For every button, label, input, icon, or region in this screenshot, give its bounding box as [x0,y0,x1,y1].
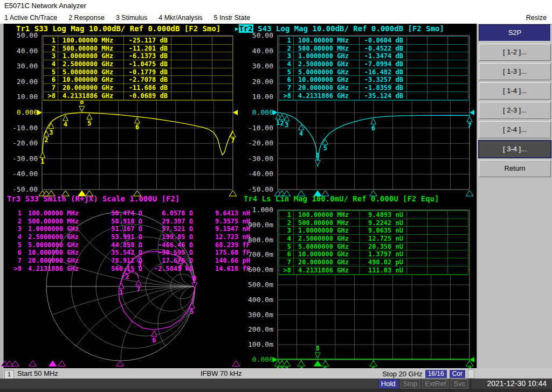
tr1-y-tick: 20.00 [4,78,38,86]
tr4-marker-row-2: 2500.00000 MHz9.2242 nU [279,219,468,227]
tr3-marker-row-5: 55.0000000 GHz44.858 Ω-466.46 Ω68.239 fF [8,241,253,249]
svg-text:2: 2 [125,273,129,281]
tr3-marker-row-4: 42.5000000 GHz53.991 Ω199.85 Ω12.723 nH [8,233,253,241]
svg-text:1: 1 [119,289,123,296]
tr1-marker-row-7: 720.000000 GHz-11.686 dB [44,84,232,92]
tr2-y-tick: 50.00 [240,31,273,39]
tr4-marker-table: 1100.00000 MHz9.4893 nU2500.00000 MHz9.2… [279,211,468,275]
tr3-marker-row-7: 720.000000 GHz78.911 Ω17.676 Ω140.66 pH [8,257,253,265]
datetime-display: 2021-12-30 10:44 [470,379,551,388]
tr2-y-tick: 0.000 [240,108,273,116]
svg-text:8: 8 [316,345,320,352]
softkey-3-4[interactable]: [ 3-4 ]... [479,141,551,158]
tr1-y-tick: 10.00 [4,93,38,101]
tr1-marker-row-5: 55.0000000 GHz-0.1779 dB [44,68,232,76]
svg-text:4: 4 [299,130,303,137]
svg-text:8: 8 [316,152,320,159]
tr2-header-rest: S43 Log Mag 10.00dB/ Ref 0.000dB [F2 Smo… [253,24,444,33]
tr4-y-tick: 500.0m [240,281,273,289]
tr3-marker-row-1: 1100.00000 MHz50.474 Ω6.0578 Ω9.6413 nH [8,209,253,218]
svg-text:6: 6 [135,123,139,131]
tr4-y-tick: 1.000 [240,206,273,214]
tr4-y-tick: 600.0m [240,265,273,274]
svg-text:3: 3 [49,129,53,136]
svg-text:5: 5 [323,144,327,152]
svg-text:7: 7 [467,122,471,129]
tr2-y-tick: -40.00 [240,170,273,178]
bottom-window-border [0,389,552,392]
tr4-header: Tr4 Ls Lin Mag 100.0mU/ Ref 0.000U [F2 E… [244,194,439,203]
tr4-y-tick: 300.0m [240,311,273,319]
tr1-y-tick: 0.000 [4,108,38,116]
tr4-y-tick: 100.0m [240,340,273,348]
softkey-2-4[interactable]: [ 2-4 ]... [479,121,551,138]
svg-text:5: 5 [190,308,194,316]
channel-number-box: 1 [4,370,14,379]
tr1-y-tick: 50.00 [4,31,38,39]
tr1-marker-row-8: >84.2131886 GHz-0.0689 dB [44,92,232,100]
softkey-sidebar: S2P [ 1-2 ]...[ 1-3 ]...[ 1-4 ]...[ 2-3 … [477,24,552,368]
tr4-y-tick: 700.0m [240,250,273,258]
tr1-y-tick: -50.00 [4,185,38,193]
svg-text:7: 7 [136,285,140,293]
svg-text:5: 5 [87,120,91,127]
tr2-marker-row-3: 31.0000000 GHz-1.3474 dB [279,52,468,60]
svg-text:2: 2 [280,120,284,127]
svg-text:6: 6 [371,124,375,132]
ifbw-label: IFBW 70 kHz [201,369,242,377]
tr3-header: Tr3 S33 Smith (R+jX) Scale 1.000U [F2] [7,194,180,203]
tr3-marker-table: 1100.00000 MHz50.474 Ω6.0578 Ω9.6413 nH2… [8,209,253,273]
tr1-marker-row-1: 1100.00000 MHz-25.117 dB [44,37,232,45]
svg-text:3: 3 [285,121,288,129]
tr1-marker-row-2: 2500.00000 MHz-11.201 dB [44,45,232,53]
tr2-marker-row-8: >84.2131886 GHz-35.124 dB [279,92,468,100]
correction-badge: Cor [450,370,465,378]
tr2-y-tick: 20.00 [240,78,273,86]
statusbar-grip [468,369,474,379]
tr2-marker-row-1: 1100.00000 MHz-0.0604 dB [279,37,468,45]
active-trace-arrow-icon: ▶ [235,25,239,32]
hold-indicator: Hold [378,379,398,389]
tr1-marker-row-6: 610.000000 GHz-2.7078 dB [44,76,232,84]
softkey-return[interactable]: Return [479,160,551,177]
tr4-marker-row-5: 55.0000000 GHz20.358 nU [279,243,468,251]
tr3-marker-row-6: 610.000000 GHz35.542 Ω-90.595 Ω175.68 fF [8,249,253,257]
tr1-marker-row-4: 42.5000000 GHz-1.0475 dB [44,60,232,68]
tr4-marker-row-8: >84.2131886 GHz111.03 nU [279,267,468,275]
tr2-y-tick: -50.00 [240,185,273,193]
analyzer-screen: E5071C Network Analyzer 1 Active Ch/Trac… [0,0,552,392]
tr3-marker-row-8: >84.2131886 GHz566.15 Ω-2.5841 kΩ14.618 … [8,265,253,273]
tr1-y-tick: -40.00 [4,170,38,178]
tr2-y-tick: 30.00 [240,62,273,70]
softkey-1-2[interactable]: [ 1-2 ]... [479,44,551,61]
softkey-1-4[interactable]: [ 1-4 ]... [479,82,551,100]
svg-text:6: 6 [152,337,156,344]
tr1-y-tick: 40.00 [4,47,38,55]
svc-indicator: Svc [451,379,468,389]
tr3-marker-row-2: 2500.00000 MHz50.918 Ω29.397 Ω9.3575 nH [8,218,253,226]
tr1-y-tick: -10.00 [4,124,38,132]
tr4-y-tick: 200.0m [240,325,273,333]
tr2-marker-table: 1100.00000 MHz-0.0604 dB2500.00000 MHz-0… [279,36,468,101]
sweep-points-badge: 16/16 [425,370,447,378]
svg-text:1: 1 [40,158,44,165]
svg-text:7: 7 [231,137,234,144]
start-frequency-label: Start 50 MHz [17,369,58,377]
svg-text:8: 8 [192,275,196,282]
tr2-y-tick: -20.00 [240,139,273,147]
softkey-menu-title: S2P [479,24,551,41]
tr3-marker-row-3: 31.0000000 GHz51.167 Ω57.521 Ω9.1547 nH [8,225,253,233]
tr4-y-tick: 900.0m [240,221,273,229]
tr4-marker-row-4: 42.5000000 GHz12.725 nU [279,235,468,243]
tr1-marker-table: 1100.00000 MHz-25.117 dB2500.00000 MHz-1… [43,36,233,101]
tr2-marker-row-6: 610.000000 GHz-3.3257 dB [279,76,468,84]
tr4-marker-row-1: 1100.00000 MHz9.4893 nU [279,211,468,219]
extref-indicator: ExtRef [422,379,448,389]
softkey-1-3[interactable]: [ 1-3 ]... [479,63,551,80]
tr2-marker-row-4: 42.5000000 GHz-7.0994 dB [279,60,468,68]
softkey-2-3[interactable]: [ 2-3 ]... [479,102,551,119]
tr4-y-tick: 400.0m [240,296,273,304]
tr2-y-tick: -30.00 [240,155,273,163]
tr1-y-tick: -20.00 [4,139,38,147]
tr2-marker-row-7: 720.000000 GHz-1.8359 dB [279,84,468,92]
